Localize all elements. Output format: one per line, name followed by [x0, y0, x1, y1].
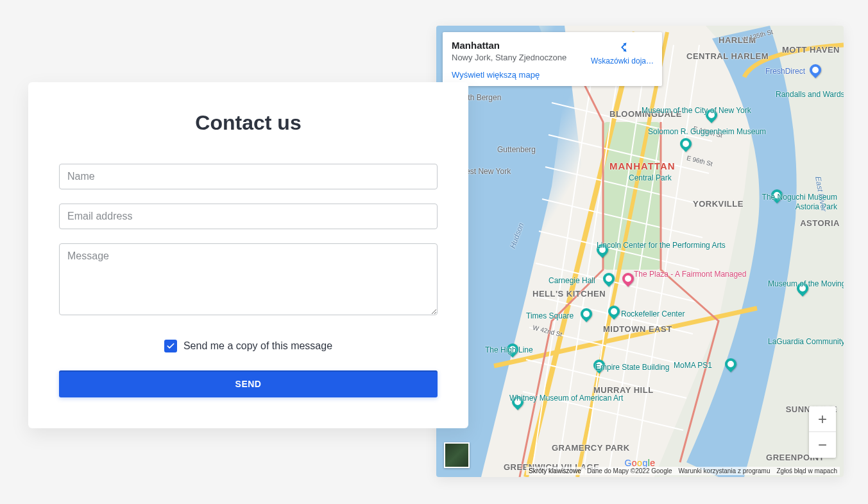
map-label-astoria-park: Astoria Park — [796, 202, 837, 211]
map-canvas[interactable]: HARLEM CENTRAL HARLEM MOTT HAVEN BLOOMIN… — [436, 26, 844, 477]
map-label-yorkville: YORKVILLE — [693, 199, 744, 209]
map-footer: Dane do Mapy ©2022 Google Warunki korzys… — [584, 467, 840, 475]
map-label-hells-kitchen: HELL'S KITCHEN — [532, 289, 606, 299]
map-label-guggenheim: Solomon R. Guggenheim Museum — [648, 127, 766, 136]
map-label-laguardia: LaGuardia Community College — [768, 337, 838, 346]
map-label-central-park: Central Park — [629, 173, 672, 182]
directions-label: Wskazówki doja… — [591, 56, 654, 65]
map-label-manhattan: MANHATTAN — [609, 161, 676, 171]
map-label-times-sq: Times Square — [526, 311, 574, 320]
view-larger-map-link[interactable]: Wyświetl większą mapę — [452, 70, 653, 80]
map-label-carnegie: Carnegie Hall — [549, 276, 595, 285]
directions-link[interactable]: Wskazówki doja… — [590, 40, 654, 65]
satellite-toggle[interactable] — [444, 442, 470, 468]
copy-checkbox[interactable] — [164, 340, 177, 352]
map-info-card: Manhattan Nowy Jork, Stany Zjednoczone W… — [443, 32, 662, 86]
zoom-in-button[interactable]: + — [809, 406, 836, 432]
map-label-empire: Empire State Building — [595, 363, 669, 372]
map-label-whitney: Whitney Museum of American Art — [509, 394, 593, 403]
contact-card: Contact us Send me a copy of this messag… — [28, 82, 468, 428]
map-label-museum-city: Museum of the City of New York — [642, 106, 702, 115]
map-label-rockefeller: Rockefeller Center — [621, 309, 685, 318]
email-input[interactable] — [59, 204, 438, 229]
map-label-central-harlem: CENTRAL HARLEM — [686, 51, 769, 61]
map-label-lincoln: Lincoln Center for the Performing Arts — [597, 241, 686, 250]
copy-checkbox-row: Send me a copy of this message — [59, 340, 438, 352]
map-keyboard-shortcuts[interactable]: Skróty klawiszowe — [526, 467, 584, 475]
map-label-midtown-east: MIDTOWN EAST — [603, 324, 672, 334]
zoom-out-button[interactable]: − — [809, 432, 836, 458]
name-input[interactable] — [59, 164, 438, 189]
map-label-gramercy: GRAMERCY PARK — [552, 443, 630, 453]
map-label-freshdirect: FreshDirect — [765, 67, 805, 76]
message-textarea[interactable] — [59, 243, 438, 315]
map-terms-link[interactable]: Warunki korzystania z programu — [678, 467, 770, 474]
contact-title: Contact us — [59, 111, 438, 135]
map-label-moving-image: Museum of the Moving Image — [768, 279, 838, 288]
send-button[interactable]: SEND — [59, 370, 438, 397]
directions-icon — [615, 40, 629, 54]
map-data-attribution: Dane do Mapy ©2022 Google — [587, 467, 672, 474]
map-report-link[interactable]: Zgłoś błąd w mapach — [777, 467, 838, 474]
map-container[interactable]: HARLEM CENTRAL HARLEM MOTT HAVEN BLOOMIN… — [436, 26, 844, 477]
copy-checkbox-label: Send me a copy of this message — [183, 340, 332, 352]
map-label-guttenberg: Guttenberg — [497, 145, 536, 154]
map-label-randalls: Randalls and Wards Island — [776, 90, 840, 99]
map-label-plaza: The Plaza - A Fairmont Managed — [634, 270, 711, 279]
map-label-high-line: The High Line — [485, 345, 533, 354]
map-label-mott-haven: MOTT HAVEN — [782, 45, 840, 55]
map-label-noguchi: The Noguchi Museum — [762, 193, 837, 202]
map-label-moma-ps1: MoMA PS1 — [674, 361, 712, 370]
check-icon — [166, 342, 175, 351]
zoom-controls: + − — [809, 406, 836, 458]
map-label-astoria: ASTORIA — [800, 218, 840, 228]
